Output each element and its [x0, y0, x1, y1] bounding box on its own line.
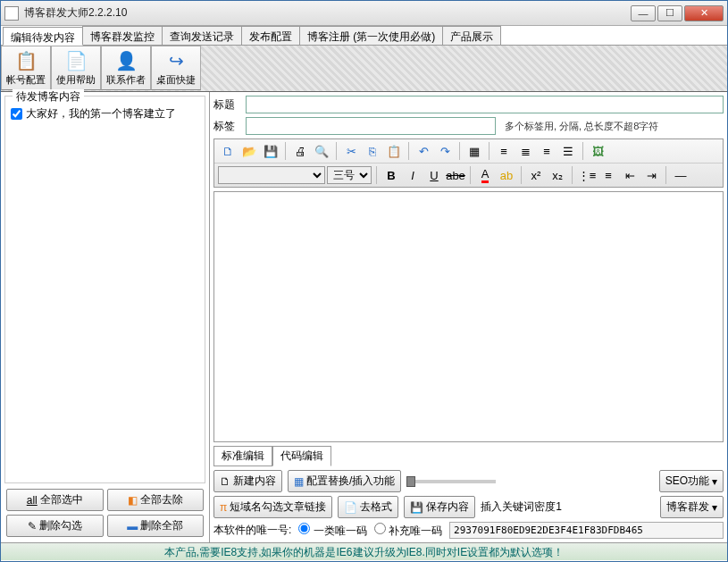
item-checkbox[interactable] [11, 108, 22, 120]
main-toolbar: 📋帐号配置 📄使用帮助 👤联系作者 ↪桌面快捷 [1, 46, 727, 92]
group-label: 待发博客内容 [13, 89, 84, 105]
open-folder-icon[interactable]: 📂 [239, 141, 259, 161]
bold-icon[interactable]: B [381, 165, 401, 185]
shortlink-button[interactable]: π短域名勾选文章链接 [213, 496, 332, 518]
italic-icon[interactable]: I [403, 165, 423, 185]
delete-checked-button[interactable]: ✎删除勾选 [6, 515, 104, 537]
pi-icon: π [220, 501, 227, 514]
account-config-button[interactable]: 📋帐号配置 [1, 46, 51, 90]
tab-product-showcase[interactable]: 产品展示 [442, 26, 501, 45]
slider-thumb[interactable] [406, 476, 415, 487]
standard-edit-tab[interactable]: 标准编辑 [213, 446, 272, 466]
strip-format-button[interactable]: 📄去格式 [338, 496, 398, 518]
item-text: 大家好，我的第一个博客建立了 [26, 106, 176, 122]
window-title: 博客群发大师2.2.2.10 [24, 5, 631, 21]
right-panel: 标题 标签 多个标签用, 分隔, 总长度不超8字符 🗋 📂 💾 🖨 🔍 ✂ [210, 92, 727, 542]
tag-label: 标签 [213, 119, 240, 134]
bullet-list-icon[interactable]: ⋮≡ [577, 165, 597, 185]
align-right-icon[interactable]: ≡ [537, 141, 556, 161]
subscript-icon[interactable]: x₂ [548, 165, 567, 185]
left-panel: 待发博客内容 大家好，我的第一个博客建立了 all全部选中 ◧全部去除 ✎删除勾… [1, 92, 210, 542]
app-icon [4, 6, 19, 21]
redo-icon[interactable]: ↷ [435, 141, 455, 161]
new-icon: 🗋 [220, 475, 230, 488]
serial-option-1[interactable]: 一类唯一码 [298, 523, 366, 539]
seo-button[interactable]: SEO功能 ▾ [659, 470, 724, 492]
align-left-icon[interactable]: ≡ [494, 141, 514, 161]
paste-icon[interactable]: 📋 [384, 141, 404, 161]
image-icon[interactable]: 🖼 [588, 141, 607, 161]
remove-icon: ◧ [128, 494, 138, 507]
editor-mode-tabs: 标准编辑 代码编辑 [213, 446, 724, 466]
maximize-button[interactable]: ☐ [657, 5, 682, 21]
select-all-button[interactable]: all全部选中 [6, 489, 104, 511]
preview-icon[interactable]: 🔍 [312, 141, 331, 161]
contact-author-button[interactable]: 👤联系作者 [101, 46, 151, 90]
superscript-icon[interactable]: x² [526, 165, 546, 185]
minimize-button[interactable]: — [631, 5, 656, 21]
font-size-select[interactable]: 三号 [327, 166, 372, 184]
serial-number: 2937091F80ED9E2DE3F4E1F83DFDB465 [449, 522, 724, 539]
erase-icon: ✎ [28, 520, 37, 533]
justify-icon[interactable]: ☰ [558, 141, 578, 161]
highlight-icon[interactable]: ab [497, 165, 516, 185]
title-label: 标题 [213, 97, 240, 113]
help-icon: 📄 [65, 50, 88, 71]
new-file-icon[interactable]: 🗋 [218, 141, 238, 161]
number-list-icon[interactable]: ≡ [598, 165, 618, 185]
trash-icon: ▬ [127, 520, 138, 533]
hr-icon[interactable]: — [671, 165, 690, 185]
tab-publish-config[interactable]: 发布配置 [241, 26, 300, 45]
tab-edit-content[interactable]: 编辑待发内容 [3, 27, 83, 46]
underline-icon[interactable]: U [424, 165, 444, 185]
help-button[interactable]: 📄使用帮助 [51, 46, 101, 90]
editor-textarea[interactable] [213, 191, 724, 442]
serial-label: 本软件的唯一号: [213, 523, 291, 538]
person-icon: 👤 [115, 50, 138, 71]
tag-input[interactable] [246, 117, 496, 135]
undo-icon[interactable]: ↶ [414, 141, 433, 161]
gear-icon: ▦ [294, 475, 304, 488]
font-color-icon[interactable]: A [475, 165, 495, 185]
tab-blog-register[interactable]: 博客注册 (第一次使用必做) [299, 26, 443, 45]
tab-monitor[interactable]: 博客群发监控 [82, 26, 163, 45]
save-content-button[interactable]: 💾保存内容 [404, 496, 475, 518]
align-center-icon[interactable]: ≣ [515, 141, 535, 161]
pending-content-group: 待发博客内容 大家好，我的第一个博客建立了 [4, 96, 205, 483]
desktop-shortcut-button[interactable]: ↪桌面快捷 [151, 46, 201, 90]
code-edit-tab[interactable]: 代码编辑 [272, 446, 331, 466]
main-tabs: 编辑待发内容 博客群发监控 查询发送记录 发布配置 博客注册 (第一次使用必做)… [1, 26, 727, 46]
outdent-icon[interactable]: ⇤ [620, 165, 640, 185]
list-item[interactable]: 大家好，我的第一个博客建立了 [9, 105, 201, 123]
publish-button[interactable]: 博客群发 ▾ [660, 496, 724, 518]
save-icon[interactable]: 💾 [261, 141, 280, 161]
editor-toolbar: 🗋 📂 💾 🖨 🔍 ✂ ⎘ 📋 ↶ ↷ ▦ ≡ [213, 138, 724, 188]
footer-message: 本产品,需要IE8支持,如果你的机器是IE6建议升级为IE8.同时对IE设置都为… [1, 542, 727, 560]
doc-icon: 📄 [344, 501, 357, 514]
slider[interactable] [406, 480, 496, 483]
title-input[interactable] [246, 96, 724, 113]
disk-icon: 💾 [410, 501, 423, 514]
serial-option-2[interactable]: 补充唯一码 [374, 523, 442, 539]
close-button[interactable]: ✕ [684, 5, 724, 21]
remove-all-button[interactable]: ◧全部去除 [107, 489, 205, 511]
delete-all-button[interactable]: ▬删除全部 [107, 515, 205, 537]
copy-icon[interactable]: ⎘ [363, 141, 382, 161]
new-content-button[interactable]: 🗋新建内容 [213, 470, 282, 492]
cut-icon[interactable]: ✂ [341, 141, 361, 161]
print-icon[interactable]: 🖨 [290, 141, 310, 161]
font-family-select[interactable] [218, 166, 325, 184]
account-icon: 📋 [15, 50, 38, 71]
titlebar: 博客群发大师2.2.2.10 — ☐ ✕ [1, 1, 727, 26]
table-icon[interactable]: ▦ [464, 141, 484, 161]
strikethrough-icon[interactable]: abe [446, 165, 465, 185]
tag-hint: 多个标签用, 分隔, 总长度不超8字符 [505, 120, 658, 133]
keyword-density-label: 插入关键词密度1 [481, 499, 562, 515]
indent-icon[interactable]: ⇥ [641, 165, 661, 185]
config-replace-button[interactable]: ▦配置替换/插入功能 [288, 470, 401, 492]
shortcut-icon: ↪ [169, 50, 184, 71]
tab-query-records[interactable]: 查询发送记录 [162, 26, 242, 45]
select-icon: all [27, 494, 38, 507]
